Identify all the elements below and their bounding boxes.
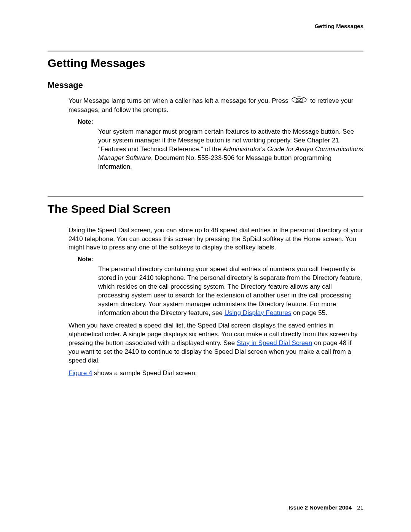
para3-post: shows a sample Speed Dial screen. [92,369,197,377]
footer-issue: Issue 2 November 2004 [288,504,352,511]
message-body-block: Your Message lamp turns on when a caller… [68,96,363,171]
link-stay-in-speed-dial[interactable]: Stay in Speed Dial Screen [237,339,312,347]
section-heading-speed-dial: The Speed Dial Screen [48,203,363,216]
link-figure-4[interactable]: Figure 4 [68,369,92,377]
section-heading-getting-messages: Getting Messages [48,57,363,70]
sub-heading-message: Message [48,80,363,90]
speed-dial-para3: Figure 4 shows a sample Speed Dial scree… [68,369,363,378]
note-text: Your system manager must program certain… [98,128,363,171]
link-using-display-features[interactable]: Using Display Features [225,309,292,316]
speed-dial-body-block: Using the Speed Dial screen, you can sto… [68,226,363,378]
note-text-2: The personal directory containing your s… [98,265,363,318]
note2-post: on page 55. [291,309,327,316]
speed-dial-para2: When you have created a speed dial list,… [68,321,363,365]
message-paragraph: Your Message lamp turns on when a caller… [68,96,363,115]
svg-point-0 [292,97,306,103]
section-rule [48,51,363,51]
message-para-pre: Your Message lamp turns on when a caller… [68,97,290,104]
page-content: Getting Messages Getting Messages Messag… [0,0,411,378]
section-rule-2 [48,197,363,197]
note-body: Your system manager must program certain… [98,128,363,171]
note-label-2: Note: [78,256,363,263]
speed-dial-para1: Using the Speed Dial screen, you can sto… [68,226,363,252]
envelope-icon [292,96,307,106]
footer-page-number: 21 [357,504,363,511]
page-footer: Issue 2 November 2004 21 [288,504,363,511]
note2-pre: The personal directory containing your s… [98,265,362,316]
note-label: Note: [78,118,363,125]
note-body-2: The personal directory containing your s… [98,265,363,318]
running-header: Getting Messages [48,23,363,29]
